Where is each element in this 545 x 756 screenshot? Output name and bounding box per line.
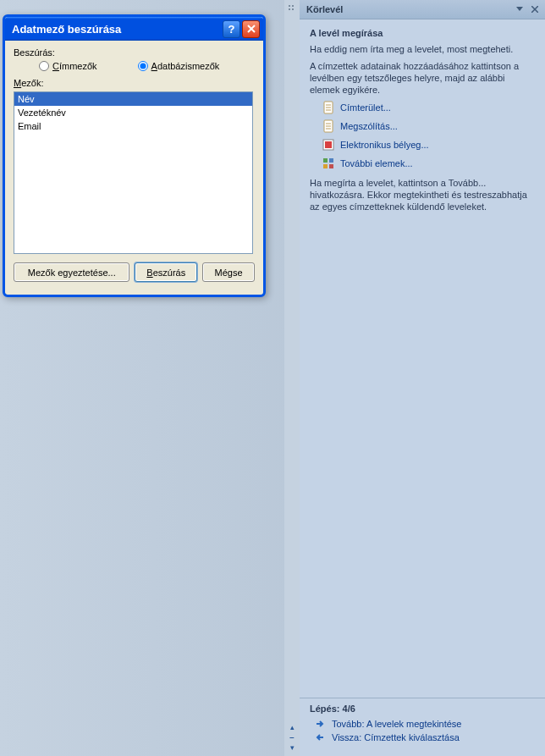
stamp-icon [322,138,335,152]
dialog-body: Beszúrás: Címmezők Adatbázismezők Mezők:… [5,41,263,290]
nav-label: Tovább: A levelek megtekintése [332,719,461,729]
pane-content: A levél megírása Ha eddig nem írta meg a… [300,19,545,698]
app-root: Adatmező beszúrása ? Beszúrás: Címmezők … [0,0,545,756]
step-label: Lépés: 4/6 [310,704,537,714]
pane-footer: Lépés: 4/6 Tovább: A levelek megtekintés… [300,698,545,756]
gutter-sep-icon: ‒ [284,732,300,742]
electronic-postage-link[interactable]: Elektronikus bélyeg... [322,138,537,152]
address-block-link[interactable]: Címterület... [322,101,537,114]
radio-database-fields[interactable]: Adatbázismezők [138,61,220,71]
document-icon [322,119,335,133]
pane-title: Körlevél [306,4,511,14]
link-label: Elektronikus bélyeg... [340,140,429,150]
pane-close-button[interactable] [528,3,542,16]
arrow-left-icon [315,732,325,742]
close-icon [531,6,538,13]
dialog-title: Adatmező beszúrása [12,23,221,36]
svg-rect-15 [329,158,333,163]
list-item[interactable]: Vezetéknév [14,106,252,119]
grip-icon [287,3,297,14]
svg-rect-13 [325,141,332,148]
radio-db-input[interactable] [138,61,148,71]
chevron-down-icon [516,7,523,12]
intro-text-1: Ha eddig nem írta meg a levelet, most me… [310,43,537,55]
svg-rect-16 [323,164,328,168]
svg-point-3 [292,8,294,10]
radio-address-label: Címmezők [52,61,97,71]
left-background: Adatmező beszúrása ? Beszúrás: Címmezők … [0,0,284,756]
close-icon [247,25,256,33]
pane-dropdown-button[interactable] [513,3,526,16]
intro-text-2: A címzettek adatainak hozzáadásához katt… [310,60,537,96]
pane-header: Körlevél [300,0,545,19]
dialog-titlebar[interactable]: Adatmező beszúrása ? [5,17,263,41]
list-item[interactable]: Név [14,92,252,106]
nav-label: Vissza: Címzettek kiválasztása [332,732,460,742]
task-pane-area: ▴ ‒ ▾ Körlevél A levél megírása Ha eddig… [284,0,545,756]
pane-gutter: ▴ ‒ ▾ [284,0,300,756]
svg-point-2 [289,8,290,10]
cancel-button[interactable]: Mégse [202,262,255,282]
back-step-link[interactable]: Vissza: Címzettek kiválasztása [315,732,537,742]
svg-point-0 [289,5,290,7]
svg-rect-14 [323,158,328,163]
grid-icon [322,157,335,170]
arrow-right-icon [315,719,325,729]
insert-field-dialog: Adatmező beszúrása ? Beszúrás: Címmezők … [3,14,266,297]
close-button[interactable] [242,20,260,38]
svg-point-1 [292,5,294,7]
help-button[interactable]: ? [223,20,240,38]
gutter-prev-icon[interactable]: ▴ [284,722,300,732]
radio-address-input[interactable] [39,61,49,71]
gutter-next-icon[interactable]: ▾ [284,742,300,753]
dialog-button-row: Mezők egyeztetése... Beszúrás Mégse [14,262,255,282]
gutter-nav: ▴ ‒ ▾ [284,722,300,753]
match-fields-button[interactable]: Mezők egyeztetése... [14,262,129,282]
document-icon [322,101,335,114]
fields-label: Mezők: [14,78,255,88]
mail-merge-pane: Körlevél A levél megírása Ha eddig nem í… [300,0,545,756]
link-label: Megszólítás... [340,121,398,131]
greeting-line-link[interactable]: Megszólítás... [322,119,537,133]
insert-label: Beszúrás: [14,47,255,58]
insert-button[interactable]: Beszúrás [135,262,197,282]
fields-listbox[interactable]: Név Vezetéknév Email [14,91,253,254]
next-step-link[interactable]: Tovább: A levelek megtekintése [315,719,537,729]
section-title: A levél megírása [310,28,537,38]
radio-address-fields[interactable]: Címmezők [39,61,97,71]
outro-text: Ha megírta a levelet, kattintson a Továb… [310,177,537,212]
link-label: Címterület... [340,102,391,113]
link-label: További elemek... [340,158,413,168]
radio-db-label: Adatbázismezők [151,61,220,71]
svg-rect-17 [329,164,333,168]
radio-group: Címmezők Adatbázismezők [14,61,255,71]
more-items-link[interactable]: További elemek... [322,157,537,170]
list-item[interactable]: Email [14,119,252,133]
